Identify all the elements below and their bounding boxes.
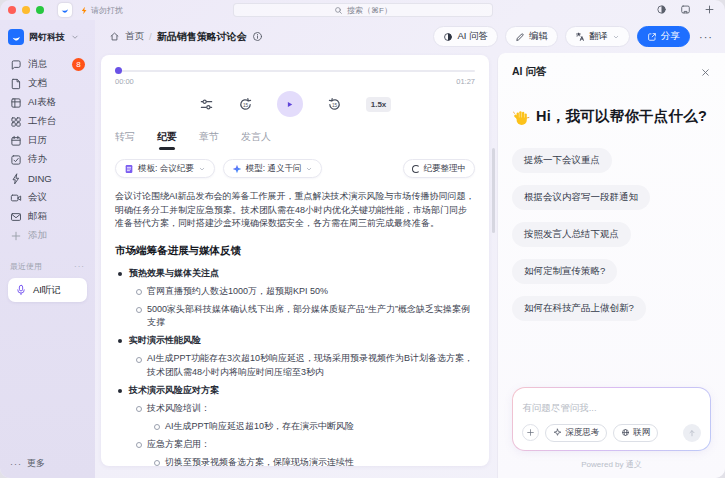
table-icon (10, 97, 22, 109)
spark-icon (553, 428, 562, 437)
sidebar-item-ai-table[interactable]: AI表格 (8, 93, 87, 112)
suggestion-chip[interactable]: 如何定制宣传策略? (512, 259, 617, 284)
powered-by-label: Powered by 通义 (512, 459, 711, 470)
send-button[interactable] (683, 424, 701, 442)
suggestion-chip[interactable]: 如何在科技产品上做创新? (512, 296, 646, 321)
minutes-status: 纪要整理中 (403, 159, 476, 178)
ai-input-card: 深度思考 联网 (512, 387, 711, 451)
forward-15-icon[interactable]: 15 (327, 97, 342, 112)
home-icon[interactable] (109, 31, 120, 42)
titlebar: 请勿打扰 搜索（⌘F） (0, 0, 725, 20)
playhead-handle[interactable] (115, 67, 122, 74)
total-time: 01:27 (456, 77, 475, 86)
theme-toggle-icon[interactable] (656, 4, 667, 15)
outline-item: 实时演示性能风险 (115, 334, 475, 348)
outline-item: 5000家头部科技媒体确认线下出席，部分媒体质疑产品“生产力”概念缺乏实操案例支… (115, 303, 475, 330)
ai-question-input[interactable] (522, 402, 701, 413)
sidebar-item-ding[interactable]: DING (8, 169, 87, 188)
add-tab-icon[interactable] (704, 4, 715, 15)
new-window-icon[interactable] (680, 4, 691, 15)
suggestion-chip[interactable]: 提炼一下会议重点 (512, 148, 612, 173)
tab-chapters[interactable]: 章节 (199, 130, 219, 150)
dingtalk-app-icon (58, 3, 72, 17)
translate-button[interactable]: 翻译 (565, 26, 630, 47)
maximize-window-button[interactable] (36, 6, 44, 14)
document-area: 00:00 01:27 15 (95, 53, 497, 478)
audio-player: 00:00 01:27 15 (115, 67, 475, 117)
sidebar-item-ai-notes[interactable]: AI听记 (8, 278, 87, 302)
web-search-toggle[interactable]: 联网 (613, 424, 658, 442)
page-header: 首页 / 新品销售策略讨论会 AI 问答 编辑 (95, 20, 725, 53)
current-time: 00:00 (115, 77, 134, 86)
globe-icon (621, 428, 630, 437)
microphone-icon (15, 284, 27, 296)
global-search[interactable]: 搜索（⌘F） (233, 3, 493, 17)
tab-transcript[interactable]: 转写 (115, 130, 135, 150)
do-not-disturb-status: 请勿打扰 (80, 5, 123, 16)
attach-button[interactable] (522, 424, 539, 441)
close-window-button[interactable] (8, 6, 16, 14)
play-button[interactable] (277, 91, 303, 117)
sidebar-more[interactable]: ··· 更多 (8, 457, 87, 470)
sidebar-item-mail[interactable]: 邮箱 (8, 207, 87, 226)
recent-more-icon[interactable]: ··· (74, 262, 85, 271)
minimize-window-button[interactable] (22, 6, 30, 14)
breadcrumb-home[interactable]: 首页 (125, 30, 144, 43)
more-actions-button[interactable]: ··· (697, 31, 715, 43)
ai-greeting: Hi，我可以帮你干点什么? (512, 107, 711, 126)
model-selector[interactable]: 模型: 通义千问 (223, 159, 323, 178)
outline-item: 官网直播预约人数达1000万，超预期KPI 50% (115, 285, 475, 299)
doc-tabs: 转写 纪要 章节 发言人 (115, 130, 475, 150)
template-doc-icon (124, 164, 134, 174)
outline-item: AI生成PPT响应延迟超10秒，存在演示中断风险 (115, 420, 475, 434)
sidebar-item-docs[interactable]: 文档 (8, 74, 87, 93)
outline-item: AI生成PPT功能存在3次超10秒响应延迟，现场采用预录视频作为B计划备选方案，… (115, 352, 475, 379)
panel-title: AI 问答 (512, 65, 546, 79)
svg-text:15: 15 (332, 102, 338, 107)
scrollbar[interactable] (492, 148, 495, 233)
app-window: 请勿打扰 搜索（⌘F） 网钉科技 (0, 0, 725, 478)
rewind-15-icon[interactable]: 15 (238, 97, 253, 112)
deep-think-toggle[interactable]: 深度思考 (545, 424, 607, 442)
suggestion-chip[interactable]: 根据会议内容写一段群通知 (512, 185, 650, 210)
page-title: 新品销售策略讨论会 (157, 30, 247, 44)
org-switcher[interactable]: 网钉科技 (8, 29, 87, 45)
search-icon (334, 6, 343, 15)
suggestion-chip[interactable]: 按照发言人总结下观点 (512, 222, 631, 247)
chevron-down-icon (305, 165, 313, 173)
tab-speakers[interactable]: 发言人 (241, 130, 271, 150)
template-selector[interactable]: 模板: 会议纪要 (115, 159, 215, 178)
close-icon[interactable] (700, 67, 711, 78)
ai-qa-button[interactable]: AI 问答 (433, 26, 498, 47)
share-icon (647, 32, 657, 42)
edit-button[interactable]: 编辑 (505, 26, 558, 47)
ding-lightning-icon (10, 173, 22, 185)
mail-icon (10, 211, 22, 223)
playback-speed-button[interactable]: 1.5x (366, 97, 392, 112)
chat-icon (10, 59, 22, 71)
sidebar-item-add[interactable]: 添加 (8, 226, 87, 245)
sidebar-item-meeting[interactable]: 会议 (8, 188, 87, 207)
section-heading: 市场端筹备进展与媒体反馈 (115, 244, 475, 258)
todo-check-icon (10, 154, 22, 166)
org-logo-icon (8, 29, 24, 45)
chevron-down-icon (70, 32, 80, 42)
outline-item: 预热效果与媒体关注点 (115, 267, 475, 281)
loading-spinner-icon (412, 165, 420, 173)
sidebar-item-todo[interactable]: 待办 (8, 150, 87, 169)
workbench-icon (10, 116, 22, 128)
audio-progress-bar[interactable] (115, 67, 475, 74)
sidebar-item-workbench[interactable]: 工作台 (8, 112, 87, 131)
tab-minutes[interactable]: 纪要 (157, 130, 177, 150)
play-icon (284, 99, 295, 110)
intro-paragraph: 会议讨论围绕AI新品发布会的筹备工作展开，重点解决技术演示风险与市场传播协同问题… (115, 190, 475, 231)
sidebar-item-messages[interactable]: 消息 8 (8, 55, 87, 74)
share-button[interactable]: 分享 (637, 26, 690, 47)
traffic-lights (8, 6, 44, 14)
arrow-up-icon (687, 428, 697, 438)
audio-settings-icon[interactable] (199, 97, 214, 112)
info-icon[interactable] (252, 31, 263, 42)
sidebar-item-calendar[interactable]: 日历 (8, 131, 87, 150)
sidebar: 网钉科技 消息 8 文档 AI表格 工作台 (0, 20, 95, 478)
minutes-content: 会议讨论围绕AI新品发布会的筹备工作展开，重点解决技术演示风险与市场传播协同问题… (115, 190, 475, 466)
